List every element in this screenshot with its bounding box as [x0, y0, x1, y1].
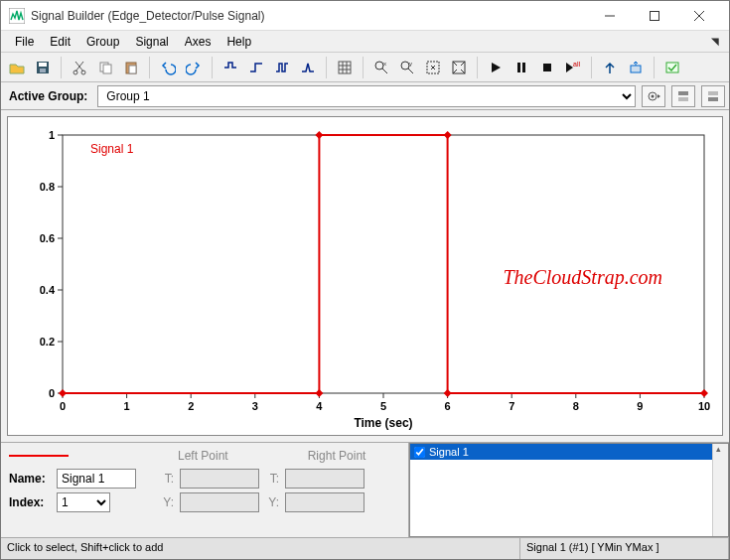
svg-text:0.4: 0.4 — [40, 284, 56, 296]
signal-color-swatch — [9, 455, 69, 457]
svg-text:8: 8 — [573, 400, 579, 412]
status-right: Signal 1 (#1) [ YMin YMax ] — [520, 538, 729, 559]
svg-text:7: 7 — [509, 400, 514, 412]
left-t-input[interactable] — [180, 469, 259, 489]
svg-text:0.8: 0.8 — [40, 181, 55, 193]
fit-view-icon[interactable] — [447, 56, 471, 79]
play-all-icon[interactable]: all — [561, 56, 585, 79]
step-signal-icon[interactable] — [244, 56, 268, 79]
pause-icon[interactable] — [510, 56, 533, 79]
svg-rect-32 — [678, 97, 688, 101]
svg-text:Signal 1: Signal 1 — [90, 142, 134, 156]
index-select[interactable]: 1 — [57, 492, 110, 512]
open-icon[interactable] — [5, 56, 29, 79]
stop-icon[interactable] — [535, 56, 559, 79]
svg-text:1: 1 — [124, 400, 130, 412]
right-y-input[interactable] — [285, 492, 365, 512]
constant-signal-icon[interactable] — [219, 56, 242, 79]
t-label-right: T: — [265, 472, 279, 486]
app-icon — [9, 8, 25, 24]
verify-icon[interactable] — [660, 56, 684, 79]
group-settings-icon[interactable] — [642, 85, 665, 107]
paste-icon[interactable] — [119, 56, 143, 79]
svg-text:4: 4 — [316, 400, 323, 412]
svg-text:0.2: 0.2 — [40, 336, 55, 348]
menu-help[interactable]: Help — [219, 33, 259, 51]
svg-text:0: 0 — [60, 400, 66, 412]
signal-list-item-label: Signal 1 — [429, 446, 469, 458]
svg-text:6: 6 — [445, 400, 451, 412]
undo-icon[interactable] — [156, 56, 180, 79]
maximize-button[interactable] — [632, 2, 676, 30]
name-input[interactable] — [57, 469, 136, 489]
svg-text:5: 5 — [380, 400, 386, 412]
svg-rect-36 — [63, 135, 704, 393]
svg-point-19 — [401, 62, 409, 70]
svg-rect-12 — [103, 65, 111, 73]
svg-text:y: y — [409, 61, 412, 67]
svg-rect-3 — [650, 11, 658, 20]
svg-rect-24 — [517, 63, 520, 72]
menu-axes[interactable]: Axes — [177, 33, 219, 51]
signal-list[interactable]: Signal 1 — [409, 443, 729, 537]
active-group-label: Active Group: — [5, 89, 91, 103]
plot-area[interactable]: 01234567891000.20.40.60.81Time (sec)Sign… — [7, 116, 723, 436]
svg-rect-33 — [678, 91, 688, 95]
triangle-signal-icon[interactable] — [296, 56, 320, 79]
svg-rect-34 — [708, 91, 718, 95]
svg-text:9: 9 — [637, 400, 643, 412]
svg-point-31 — [652, 94, 655, 97]
zoom-in-y-icon[interactable]: y — [395, 56, 419, 79]
cut-icon[interactable] — [68, 56, 91, 79]
index-label: Index: — [9, 495, 51, 509]
svg-text:1: 1 — [49, 129, 55, 141]
name-label: Name: — [9, 472, 51, 486]
svg-text:0.6: 0.6 — [40, 232, 55, 244]
zoom-xy-icon[interactable] — [421, 56, 445, 79]
scrollbar[interactable] — [712, 444, 728, 536]
menu-edit[interactable]: Edit — [42, 33, 78, 51]
signal-visible-checkbox[interactable] — [414, 447, 425, 458]
zoom-in-x-icon[interactable]: x — [369, 56, 393, 79]
menu-signal[interactable]: Signal — [127, 33, 176, 51]
play-icon[interactable] — [484, 56, 508, 79]
active-group-select[interactable]: Group 1 — [97, 85, 636, 107]
docked-corner-icon[interactable]: ◥ — [711, 36, 723, 47]
svg-rect-26 — [543, 64, 551, 71]
send-to-model-icon[interactable] — [624, 56, 648, 79]
svg-text:x: x — [383, 61, 386, 67]
minimize-button[interactable] — [587, 2, 632, 30]
t-label-left: T: — [160, 472, 174, 486]
left-point-label: Left Point — [178, 449, 228, 463]
grid-icon[interactable] — [333, 56, 357, 79]
move-group-down-icon[interactable] — [701, 85, 725, 107]
move-group-up-icon[interactable] — [671, 85, 695, 107]
svg-text:2: 2 — [188, 400, 194, 412]
close-button[interactable] — [676, 2, 721, 30]
signal-list-item[interactable]: Signal 1 — [410, 444, 728, 460]
svg-rect-29 — [666, 63, 678, 72]
svg-point-16 — [375, 62, 383, 70]
right-t-input[interactable] — [285, 469, 365, 489]
svg-rect-0 — [9, 8, 25, 24]
svg-text:all: all — [573, 61, 580, 68]
y-label-left: Y: — [160, 495, 174, 509]
svg-line-17 — [382, 69, 387, 73]
svg-rect-35 — [708, 97, 718, 101]
copy-icon[interactable] — [93, 56, 117, 79]
svg-rect-14 — [129, 66, 136, 73]
svg-rect-7 — [39, 63, 47, 67]
watermark-text: TheCloudStrap.com — [503, 266, 662, 289]
svg-text:0: 0 — [49, 387, 55, 399]
pulse-signal-icon[interactable] — [270, 56, 294, 79]
left-y-input[interactable] — [180, 492, 259, 512]
menu-file[interactable]: File — [7, 33, 42, 51]
svg-line-20 — [408, 69, 413, 73]
export-up-icon[interactable] — [598, 56, 622, 79]
svg-text:10: 10 — [698, 400, 710, 412]
status-left: Click to select, Shift+click to add — [1, 538, 520, 559]
menu-group[interactable]: Group — [78, 33, 127, 51]
save-icon[interactable] — [31, 56, 55, 79]
redo-icon[interactable] — [182, 56, 206, 79]
right-point-label: Right Point — [308, 449, 366, 463]
